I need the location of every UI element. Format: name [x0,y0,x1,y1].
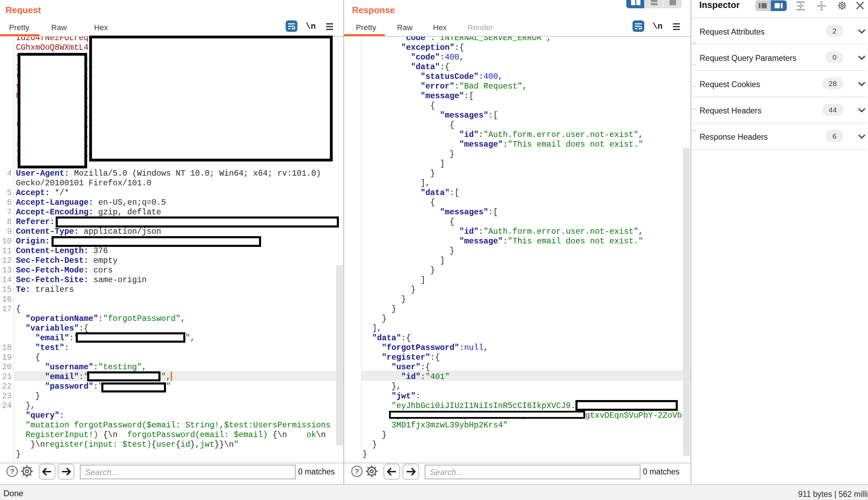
svg-text:?: ? [10,467,14,475]
svg-text:?: ? [355,467,359,475]
